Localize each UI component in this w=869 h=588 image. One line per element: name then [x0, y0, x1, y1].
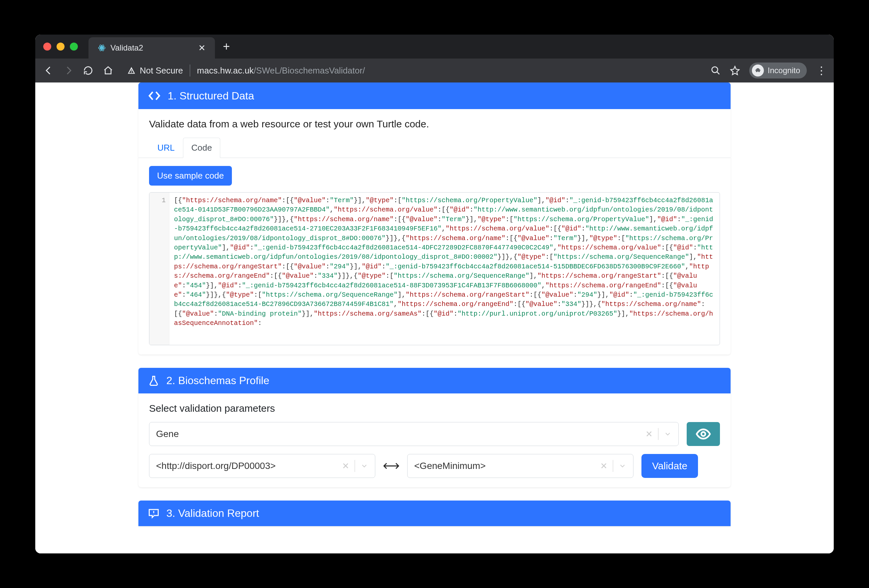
- forward-button[interactable]: [63, 65, 75, 76]
- validation-report-title: 3. Validation Report: [166, 507, 259, 520]
- back-button[interactable]: [43, 65, 55, 76]
- search-icon[interactable]: [710, 65, 721, 76]
- divider: [658, 428, 658, 440]
- preview-button[interactable]: [687, 422, 720, 446]
- report-icon: [148, 508, 160, 520]
- svg-point-0: [101, 47, 102, 49]
- incognito-icon: [752, 65, 764, 77]
- divider: [354, 460, 355, 472]
- validation-params-label: Select validation parameters: [149, 403, 720, 414]
- tab-title: Validata2: [110, 43, 143, 53]
- new-tab-button[interactable]: +: [223, 40, 230, 53]
- page-content: 1. Structured Data Validate data from a …: [35, 83, 834, 553]
- browser-window: Validata2 ✕ + Not Secure macs.hw.ac.uk/S…: [35, 35, 834, 553]
- tab-code[interactable]: Code: [183, 138, 220, 158]
- validation-report-header: 3. Validation Report: [138, 501, 731, 526]
- address-bar[interactable]: Not Secure macs.hw.ac.uk/SWeL/Bioschemas…: [127, 65, 703, 77]
- window-close-button[interactable]: [43, 43, 51, 50]
- shape-select[interactable]: <GeneMinimum> ✕: [407, 454, 633, 478]
- address-bar-row: Not Secure macs.hw.ac.uk/SWeL/Bioschemas…: [35, 59, 834, 83]
- swap-arrows-icon[interactable]: [383, 461, 399, 471]
- tab-close-button[interactable]: ✕: [198, 43, 206, 53]
- bioschemas-title: 2. Bioschemas Profile: [166, 375, 269, 387]
- reload-button[interactable]: [83, 65, 95, 76]
- security-label: Not Secure: [140, 65, 183, 76]
- eye-icon: [695, 426, 711, 442]
- structured-data-header: 1. Structured Data: [138, 83, 731, 109]
- incognito-label: Incognito: [768, 66, 800, 75]
- structured-data-title: 1. Structured Data: [168, 90, 254, 102]
- tab-strip: Validata2 ✕ +: [35, 35, 834, 59]
- validation-report-panel: 3. Validation Report: [138, 501, 731, 526]
- use-sample-code-button[interactable]: Use sample code: [149, 166, 232, 185]
- tab-url[interactable]: URL: [149, 138, 183, 158]
- shape-select-value: <GeneMinimum>: [414, 461, 486, 471]
- subject-select-value: <http://disport.org/DP00003>: [156, 461, 276, 471]
- window-maximize-button[interactable]: [70, 43, 78, 50]
- profile-select[interactable]: Gene ✕: [149, 422, 679, 446]
- chevron-down-icon[interactable]: [618, 462, 626, 470]
- code-body[interactable]: [{"https://schema.org/name":[{"@value":"…: [169, 193, 720, 345]
- code-brackets-icon: [148, 89, 161, 102]
- beaker-icon: [148, 375, 160, 387]
- browser-menu-button[interactable]: ⋮: [816, 64, 826, 77]
- window-minimize-button[interactable]: [56, 43, 65, 50]
- subject-clear-button[interactable]: ✕: [342, 461, 349, 471]
- code-gutter: 1: [149, 193, 169, 345]
- profile-clear-button[interactable]: ✕: [645, 429, 653, 439]
- incognito-badge[interactable]: Incognito: [749, 62, 807, 78]
- validate-button[interactable]: Validate: [641, 454, 698, 478]
- security-status[interactable]: Not Secure: [127, 65, 183, 76]
- warning-icon: [127, 66, 136, 75]
- subject-select[interactable]: <http://disport.org/DP00003> ✕: [149, 454, 375, 478]
- code-editor[interactable]: 1 [{"https://schema.org/name":[{"@value"…: [149, 192, 720, 345]
- input-mode-tabs: URL Code: [138, 138, 731, 158]
- shape-clear-button[interactable]: ✕: [600, 461, 608, 471]
- bioschemas-profile-header: 2. Bioschemas Profile: [138, 368, 731, 394]
- bookmark-star-icon[interactable]: [730, 65, 740, 76]
- window-controls: [43, 43, 78, 50]
- chevron-down-icon[interactable]: [360, 462, 368, 470]
- structured-data-lead: Validate data from a web resource or tes…: [149, 118, 720, 130]
- svg-point-4: [712, 67, 718, 73]
- chevron-down-icon[interactable]: [664, 430, 672, 438]
- home-button[interactable]: [103, 65, 115, 76]
- react-favicon-icon: [98, 44, 106, 52]
- structured-data-panel: 1. Structured Data Validate data from a …: [138, 83, 731, 354]
- url-display: macs.hw.ac.uk/SWeL/BioschemasValidator/: [197, 65, 703, 76]
- svg-point-7: [701, 432, 705, 436]
- divider: [613, 460, 613, 472]
- bioschemas-profile-panel: 2. Bioschemas Profile Select validation …: [138, 368, 731, 487]
- browser-tab[interactable]: Validata2 ✕: [89, 37, 215, 59]
- divider: [190, 65, 190, 77]
- toolbar-right: Incognito ⋮: [710, 62, 826, 78]
- profile-select-value: Gene: [156, 429, 179, 439]
